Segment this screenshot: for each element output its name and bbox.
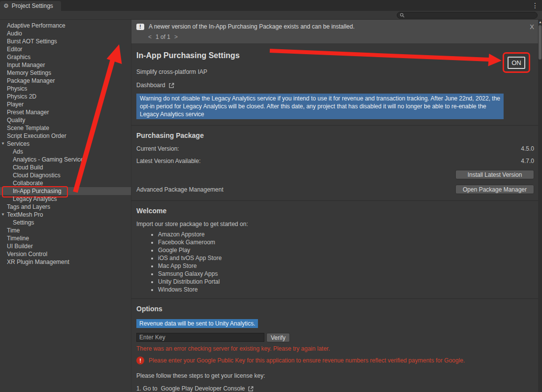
vertical-scrollbar: ▲ bbox=[538, 20, 542, 392]
open-package-manager-button[interactable]: Open Package Manager bbox=[455, 185, 534, 194]
sidebar-item-ui-builder[interactable]: UI Builder bbox=[0, 242, 131, 250]
sidebar-item-label: Burst AOT Settings bbox=[7, 38, 57, 45]
sidebar-item-label: Ads bbox=[13, 148, 23, 155]
sidebar-item-scene-template[interactable]: Scene Template bbox=[0, 124, 131, 132]
info-bubble-icon: ! bbox=[136, 24, 144, 30]
current-version-value: 4.5.0 bbox=[521, 145, 534, 152]
google-public-key-input[interactable] bbox=[136, 333, 264, 342]
sidebar-item-tags-and-layers[interactable]: Tags and Layers bbox=[0, 203, 131, 211]
search-icon bbox=[400, 13, 405, 18]
latest-version-label: Latest Version Available: bbox=[136, 158, 201, 164]
store-list-item: Samsung Galaxy Apps bbox=[158, 270, 534, 278]
sidebar-item-graphics[interactable]: Graphics bbox=[0, 53, 131, 61]
sidebar-item-label: Preset Manager bbox=[7, 109, 49, 116]
sidebar-item-label: TextMesh Pro bbox=[7, 211, 43, 218]
sidebar-item-version-control[interactable]: Version Control bbox=[0, 250, 131, 258]
store-list-item: Google Play bbox=[158, 246, 534, 254]
sidebar-item-label: Input Manager bbox=[7, 62, 45, 68]
step-1: 1. Go to Google Play Developer Console bbox=[136, 385, 534, 392]
sidebar-item-textmesh-pro[interactable]: ▼TextMesh Pro bbox=[0, 211, 131, 219]
sidebar-item-label: Analytics - Gaming Services bbox=[13, 156, 87, 163]
sidebar-item-player[interactable]: Player bbox=[0, 100, 131, 108]
current-version-label: Current Version: bbox=[136, 145, 179, 152]
sidebar-item-label: UI Builder bbox=[7, 243, 33, 250]
store-list-item: Unity Distribution Portal bbox=[158, 278, 534, 286]
banner-close-button[interactable]: X bbox=[530, 23, 534, 31]
sidebar-item-in-app-purchasing[interactable]: In-App Purchasing bbox=[0, 187, 131, 195]
sidebar-item-label: Audio bbox=[7, 30, 22, 37]
verify-key-button[interactable]: Verify bbox=[266, 333, 290, 342]
options-heading: Options bbox=[136, 305, 534, 313]
legacy-analytics-warning: Warning do not disable the Legacy Analyt… bbox=[136, 94, 504, 119]
sidebar: Adaptive PerformanceAudioBurst AOT Setti… bbox=[0, 20, 131, 392]
page-title: In-App Purchasing Settings bbox=[136, 51, 534, 60]
sidebar-item-adaptive-performance[interactable]: Adaptive Performance bbox=[0, 22, 131, 30]
sidebar-item-cloud-build[interactable]: Cloud Build bbox=[0, 163, 131, 171]
sidebar-item-label: Legacy Analytics bbox=[13, 196, 57, 202]
sidebar-item-label: Physics bbox=[7, 85, 27, 92]
sidebar-item-label: Tags and Layers bbox=[7, 203, 50, 210]
sidebar-item-physics[interactable]: Physics bbox=[0, 85, 131, 93]
search-box[interactable] bbox=[397, 12, 538, 19]
sidebar-item-label: Scene Template bbox=[7, 125, 49, 131]
sidebar-item-label: Physics 2D bbox=[7, 93, 36, 100]
sidebar-item-label: Services bbox=[7, 140, 30, 147]
store-list-item: Amazon Appstore bbox=[158, 230, 534, 238]
purchasing-package-heading: Purchasing Package bbox=[136, 131, 534, 139]
sidebar-item-burst-aot-settings[interactable]: Burst AOT Settings bbox=[0, 37, 131, 45]
sidebar-item-label: Collaborate bbox=[13, 180, 43, 187]
scrollbar-thumb[interactable] bbox=[539, 25, 542, 60]
sidebar-item-input-manager[interactable]: Input Manager bbox=[0, 61, 131, 69]
google-play-console-link[interactable]: Google Play Developer Console bbox=[161, 385, 255, 392]
pager-next-button[interactable]: > bbox=[174, 33, 178, 40]
foldout-chevron-icon[interactable]: ▼ bbox=[1, 211, 5, 219]
section-divider bbox=[131, 125, 542, 126]
sidebar-item-package-manager[interactable]: Package Manager bbox=[0, 77, 131, 85]
sidebar-item-label: Timeline bbox=[7, 235, 29, 242]
sidebar-item-editor[interactable]: Editor bbox=[0, 45, 131, 53]
sidebar-item-quality[interactable]: Quality bbox=[0, 116, 131, 124]
update-banner: ! A newer version of the In-App Purchasi… bbox=[131, 20, 542, 43]
sidebar-item-ads[interactable]: Ads bbox=[0, 148, 131, 156]
sidebar-item-xr-plugin-management[interactable]: XR Plugin Management bbox=[0, 258, 131, 266]
sidebar-item-cloud-diagnostics[interactable]: Cloud Diagnostics bbox=[0, 171, 131, 179]
sidebar-item-label: Quality bbox=[7, 117, 25, 124]
sidebar-item-label: Editor bbox=[7, 46, 22, 53]
sidebar-item-preset-manager[interactable]: Preset Manager bbox=[0, 108, 131, 116]
sidebar-item-memory-settings[interactable]: Memory Settings bbox=[0, 69, 131, 77]
sidebar-item-script-execution-order[interactable]: Script Execution Order bbox=[0, 132, 131, 140]
error-icon: ! bbox=[136, 357, 144, 364]
sidebar-item-legacy-analytics[interactable]: Legacy Analytics bbox=[0, 195, 131, 203]
tab-project-settings[interactable]: ⚙ Project Settings bbox=[0, 1, 61, 11]
install-latest-version-button[interactable]: Install Latest Version bbox=[455, 170, 534, 179]
sidebar-item-physics-2d[interactable]: Physics 2D bbox=[0, 93, 131, 100]
sidebar-item-label: Graphics bbox=[7, 54, 31, 61]
sidebar-item-timeline[interactable]: Timeline bbox=[0, 234, 131, 242]
kebab-menu-icon[interactable]: ⋮ bbox=[532, 1, 539, 9]
sidebar-item-label: Script Execution Order bbox=[7, 132, 66, 139]
foldout-chevron-icon[interactable]: ▼ bbox=[1, 140, 5, 148]
sidebar-item-label: Player bbox=[7, 101, 24, 108]
search-input[interactable] bbox=[407, 12, 535, 18]
sidebar-item-analytics-gaming-services[interactable]: Analytics - Gaming Services bbox=[0, 156, 131, 163]
sidebar-item-label: Memory Settings bbox=[7, 69, 51, 76]
external-link-icon bbox=[168, 82, 175, 89]
dashboard-link[interactable]: Dashboard bbox=[136, 82, 175, 89]
sidebar-item-settings[interactable]: Settings bbox=[0, 219, 131, 227]
sidebar-item-collaborate[interactable]: Collaborate bbox=[0, 179, 131, 187]
scroll-up-arrow[interactable]: ▲ bbox=[539, 20, 542, 24]
sidebar-item-time[interactable]: Time bbox=[0, 227, 131, 234]
sidebar-item-label: Settings bbox=[13, 219, 34, 226]
store-list-item: Facebook Gameroom bbox=[158, 238, 534, 246]
store-list-item: iOS and tvOS App Store bbox=[158, 254, 534, 262]
server-error-message: There was an error checking server for e… bbox=[136, 345, 534, 352]
welcome-heading: Welcome bbox=[136, 207, 534, 215]
pager-prev-button[interactable]: < bbox=[148, 33, 152, 40]
store-list-item: Mac App Store bbox=[158, 262, 534, 270]
sidebar-item-services[interactable]: ▼Services bbox=[0, 140, 131, 148]
sidebar-item-label: In-App Purchasing bbox=[13, 188, 62, 195]
license-steps-intro: Please follow these steps to get your li… bbox=[136, 372, 534, 379]
sidebar-item-label: Package Manager bbox=[7, 77, 55, 84]
sidebar-item-audio[interactable]: Audio bbox=[0, 30, 131, 37]
pager-text: 1 of 1 bbox=[156, 33, 170, 40]
